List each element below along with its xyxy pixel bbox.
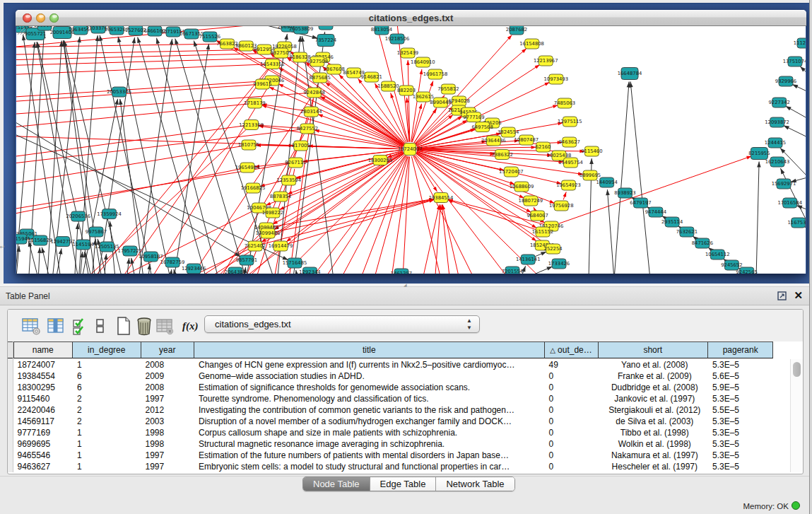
cell-year[interactable]: 2003 bbox=[141, 416, 195, 427]
window-resize-grip-icon[interactable] bbox=[16, 26, 25, 35]
citation-edge[interactable] bbox=[16, 53, 275, 62]
cell-pagerank[interactable]: 5.3E–5 bbox=[708, 450, 773, 461]
table-row[interactable]: 977716911998Corpus callosum shape and si… bbox=[8, 427, 785, 438]
column-header-name[interactable]: name bbox=[13, 341, 73, 358]
cell-title[interactable]: Corpus callosum shape and size in male p… bbox=[194, 427, 545, 438]
cell-in_degree[interactable]: 2 bbox=[73, 404, 141, 416]
citation-edge[interactable] bbox=[187, 134, 304, 274]
cell-name[interactable]: 9699695 bbox=[13, 438, 73, 450]
function-icon[interactable]: f(x) bbox=[182, 316, 202, 336]
table-row[interactable]: 911546021997Tourette syndrome. Phenomeno… bbox=[8, 393, 785, 404]
graph-edge[interactable] bbox=[804, 226, 806, 238]
table-row[interactable]: 946362711997Embryonic stem cells: a mode… bbox=[8, 461, 785, 472]
graph-edge[interactable] bbox=[175, 39, 265, 274]
cell-out_de[interactable]: 0 bbox=[545, 370, 599, 382]
cell-title[interactable]: Structural magnetic resonance image aver… bbox=[194, 438, 545, 450]
cell-short[interactable]: Tibbo et al. (1998) bbox=[599, 427, 708, 438]
graph-edge[interactable] bbox=[120, 258, 129, 274]
column-header-pagerank[interactable]: pagerank bbox=[708, 341, 773, 358]
cell-short[interactable]: Stergiakouli et al. (2012) bbox=[599, 404, 708, 416]
cell-name[interactable]: 9115460 bbox=[13, 393, 73, 404]
column-header-in_degree[interactable]: in_degree bbox=[73, 341, 141, 358]
cell-in_degree[interactable]: 6 bbox=[73, 382, 141, 393]
splitter-handle-icon[interactable]: ◢ bbox=[404, 282, 407, 287]
citation-edge[interactable] bbox=[287, 199, 435, 244]
cell-out_de[interactable]: 0 bbox=[545, 393, 599, 404]
cell-short[interactable]: Franke et al. (2009) bbox=[599, 370, 708, 382]
cell-year[interactable]: 1997 bbox=[141, 450, 195, 461]
cell-name[interactable]: 18724007 bbox=[13, 359, 73, 370]
column-header-out_de[interactable]: △out_de… bbox=[545, 341, 599, 358]
cell-in_degree[interactable]: 2 bbox=[73, 393, 141, 404]
cell-pagerank[interactable]: 5.3E–5 bbox=[708, 416, 773, 427]
cell-out_de[interactable]: 0 bbox=[545, 438, 599, 450]
cell-out_de[interactable]: 0 bbox=[545, 416, 599, 427]
cell-pagerank[interactable]: 5.3E–5 bbox=[708, 461, 773, 472]
float-panel-icon[interactable] bbox=[777, 291, 787, 300]
table-row[interactable]: 946554611997Estimation of the future num… bbox=[8, 450, 785, 461]
cell-title[interactable]: Estimation of the future numbers of pati… bbox=[194, 450, 545, 461]
cell-short[interactable]: Dudbridge et al. (2008) bbox=[599, 382, 708, 393]
cell-pagerank[interactable]: 5.3E–5 bbox=[708, 359, 773, 370]
citation-edge[interactable] bbox=[278, 68, 404, 146]
tab-edge-table[interactable]: Edge Table bbox=[370, 477, 437, 491]
column-header-title[interactable]: title bbox=[194, 341, 545, 358]
cell-year[interactable]: 1998 bbox=[141, 438, 195, 450]
cell-pagerank[interactable]: 5.3E–5 bbox=[708, 427, 773, 438]
graph-edge[interactable] bbox=[630, 81, 656, 274]
citation-edge[interactable] bbox=[410, 204, 440, 274]
cell-in_degree[interactable]: 1 bbox=[73, 438, 141, 450]
cell-pagerank[interactable]: 5.3E–5 bbox=[708, 393, 773, 404]
trash-icon[interactable] bbox=[134, 316, 154, 336]
cell-year[interactable]: 2009 bbox=[141, 370, 195, 382]
cell-short[interactable]: Wolkin et al. (1998) bbox=[599, 438, 708, 450]
cell-in_degree[interactable]: 1 bbox=[73, 359, 141, 370]
cell-title[interactable]: Estimation of significance thresholds fo… bbox=[194, 382, 545, 393]
cell-short[interactable]: Yano et al. (2008) bbox=[599, 359, 708, 370]
cell-title[interactable]: Investigating the contribution of common… bbox=[194, 404, 545, 416]
cell-short[interactable]: Hescheler et al. (1997) bbox=[599, 461, 708, 472]
cell-name[interactable]: 14569117 bbox=[13, 416, 73, 427]
cell-year[interactable]: 2008 bbox=[141, 359, 195, 370]
citation-edge[interactable] bbox=[412, 104, 422, 142]
table-row[interactable]: 2242004622012Investigating the contribut… bbox=[8, 404, 785, 416]
table-select[interactable]: citations_edges.txt ▲▼ bbox=[204, 315, 480, 333]
citation-edge[interactable] bbox=[16, 44, 221, 48]
scrollbar-thumb[interactable] bbox=[793, 362, 801, 377]
graph-edge[interactable] bbox=[792, 84, 806, 99]
citation-edge[interactable] bbox=[16, 49, 258, 56]
cell-short[interactable]: Nakamura et al. (1997) bbox=[599, 450, 708, 461]
tab-network-table[interactable]: Network Table bbox=[436, 477, 514, 491]
cell-out_de[interactable]: 0 bbox=[545, 427, 599, 438]
network-window-titlebar[interactable]: citations_edges.txt bbox=[16, 10, 806, 26]
table-row[interactable]: 1938455462009Genome–wide association stu… bbox=[8, 370, 785, 382]
cell-name[interactable]: 22420046 bbox=[13, 404, 73, 416]
citation-edge[interactable] bbox=[16, 134, 403, 149]
cell-name[interactable]: 9463627 bbox=[13, 461, 73, 472]
cell-title[interactable]: Disruption of a novel member of a sodium… bbox=[194, 416, 545, 427]
citation-edge[interactable] bbox=[16, 81, 266, 101]
cell-out_de[interactable]: 0 bbox=[545, 461, 599, 472]
citation-edge[interactable] bbox=[16, 104, 249, 134]
citation-edge[interactable] bbox=[16, 85, 257, 106]
cell-name[interactable]: 18300295 bbox=[13, 382, 73, 393]
graph-edge[interactable] bbox=[118, 37, 187, 274]
cell-title[interactable]: Changes of HCN gene expression and I(f) … bbox=[194, 359, 545, 370]
cell-year[interactable]: 1997 bbox=[141, 461, 195, 472]
cell-in_degree[interactable]: 1 bbox=[73, 461, 141, 472]
cell-in_degree[interactable]: 6 bbox=[73, 370, 141, 382]
network-canvas[interactable]: 7251458905572110661342009140619634551210… bbox=[16, 26, 806, 274]
close-panel-icon[interactable]: ✕ bbox=[794, 289, 803, 302]
table-row[interactable]: 1830029562008Estimation of significance … bbox=[8, 382, 785, 393]
citation-edge[interactable] bbox=[416, 115, 453, 144]
table-row[interactable]: 1872400712008Changes of HCN gene express… bbox=[8, 359, 785, 370]
column-checklist-icon[interactable] bbox=[71, 316, 90, 336]
column-header-year[interactable]: year bbox=[141, 341, 195, 358]
new-file-icon[interactable] bbox=[114, 316, 134, 336]
cell-out_de[interactable]: 49 bbox=[545, 359, 599, 370]
citation-edge[interactable] bbox=[382, 156, 409, 274]
table-column-icon[interactable] bbox=[46, 316, 66, 336]
citation-edge[interactable] bbox=[442, 204, 472, 274]
cell-short[interactable]: de Silva et al. (2003) bbox=[599, 416, 708, 427]
cell-pagerank[interactable]: 5.5E–5 bbox=[708, 404, 773, 416]
